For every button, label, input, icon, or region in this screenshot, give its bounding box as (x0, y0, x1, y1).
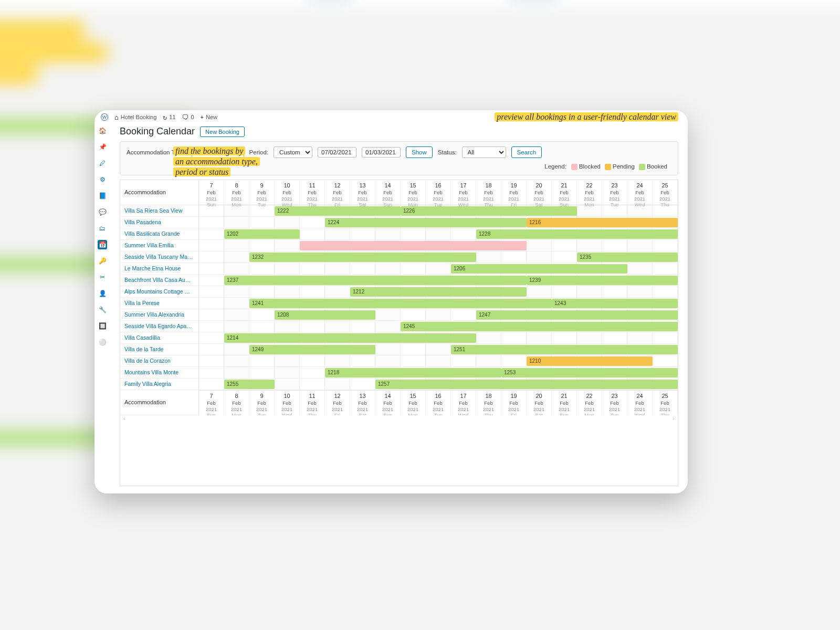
legend-swatch (571, 164, 578, 170)
date-column: 21Feb2021Sun (552, 391, 577, 415)
booking-bar[interactable]: 1235 (577, 253, 678, 262)
date-column: 11Feb2021Thu (300, 391, 325, 415)
scroll-right-icon[interactable]: › (673, 415, 675, 422)
sidebar-menu-item[interactable]: 🗂 (98, 224, 107, 233)
booking-bar[interactable]: 1243 (552, 299, 678, 308)
search-button[interactable]: Search (511, 146, 542, 158)
annotation-preview: preview all bookings in a user-friendly … (495, 112, 678, 122)
accommodation-row-label[interactable]: Beachfront Villa Casa Au… (120, 275, 198, 286)
accommodation-row-label[interactable]: Villa Sa Riera Sea View (120, 205, 198, 217)
booking-bar[interactable]: 1241 (249, 299, 552, 308)
filter-status-select[interactable]: All (462, 146, 506, 158)
booking-bar[interactable]: 1239 (527, 276, 678, 285)
accommodation-row-label[interactable]: Mountains Villa Monte (120, 367, 198, 379)
booking-bar[interactable]: 1202 (224, 229, 300, 239)
sidebar-menu-item[interactable]: 🔧 (98, 305, 107, 314)
new-booking-button[interactable]: New Booking (200, 127, 245, 137)
date-column: 15Feb2021Mon (401, 180, 426, 205)
sidebar-menu-item[interactable]: 👤 (98, 289, 107, 298)
legend-item: Blocked (571, 163, 601, 170)
date-column: 20Feb2021Sat (527, 391, 552, 415)
accommodation-row-label[interactable]: Villa Pasadena (120, 217, 198, 228)
date-header: 7Feb2021Sun8Feb2021Mon9Feb2021Tue10Feb20… (199, 180, 678, 205)
sidebar-menu-item[interactable]: 🏠 (98, 126, 107, 135)
booking-bar[interactable]: 1206 (451, 264, 627, 274)
date-column: 19Feb2021Fri (501, 391, 527, 415)
sidebar-menu-item[interactable]: 💬 (98, 207, 107, 217)
show-button[interactable]: Show (406, 146, 433, 158)
booking-bar[interactable]: 1232 (249, 253, 476, 262)
date-column: 17Feb2021Wed (451, 391, 476, 415)
booking-bar[interactable]: 1247 (476, 310, 678, 320)
calendar: Accommodation Villa Sa Riera Sea ViewVil… (120, 180, 678, 486)
booking-bar[interactable]: 1224 (325, 218, 527, 227)
sidebar-menu-item[interactable]: 🔑 (98, 256, 107, 266)
accommodation-row-label[interactable]: Villa Casadillia (120, 332, 198, 344)
booking-bar[interactable]: 1249 (249, 345, 375, 354)
date-column: 24Feb2021Wed (627, 180, 653, 205)
booking-bar[interactable]: 1214 (224, 333, 476, 343)
scroll-left-icon[interactable]: ‹ (123, 415, 125, 422)
booking-bar[interactable]: 1228 (476, 229, 678, 239)
booking-bar[interactable]: 1253 (501, 368, 678, 377)
accommodation-row-label[interactable]: Seaside Villa Tuscany Ma… (120, 251, 198, 263)
date-column: 9Feb2021Tue (249, 180, 275, 205)
sidebar-menu-item[interactable]: ✂ (98, 272, 107, 282)
legend: Legend: BlockedPendingBooked (544, 163, 671, 170)
booking-bar[interactable] (300, 241, 527, 250)
sidebar-menu-item[interactable]: 📅 (98, 240, 107, 249)
booking-bar[interactable]: 1212 (350, 287, 527, 297)
date-column: 25Feb2021Thu (653, 391, 678, 415)
filter-type-select[interactable]: All (192, 146, 244, 158)
legend-swatch (605, 164, 611, 170)
accommodation-row-label[interactable]: Villa de la Corazon (120, 355, 198, 367)
sidebar-menu-item[interactable]: 📌 (98, 142, 107, 152)
date-column: 22Feb2021Mon (577, 180, 602, 205)
filter-bar: Accommodation Type: All Period: Custom S… (120, 141, 678, 175)
date-column: 10Feb2021Wed (275, 391, 300, 415)
calendar-row: 12021228 (199, 228, 678, 240)
filter-date-from[interactable] (318, 147, 356, 158)
horizontal-scrollbar[interactable]: ‹› (120, 415, 678, 422)
sidebar-menu-item[interactable]: 🔲 (98, 321, 107, 331)
app-window: W ⌂ Hotel Booking ↻ 11 🗨 0 + New 🏠📌🖊⚙📘💬🗂… (94, 110, 688, 494)
accommodation-row-label[interactable]: Summer Villa Alexandria (120, 309, 198, 321)
date-column: 14Feb2021Sun (375, 391, 401, 415)
filter-period-select[interactable]: Custom (274, 146, 312, 158)
accommodation-row-label[interactable]: Seaside Villa Egardo Apa… (120, 321, 198, 332)
accommodation-row-label[interactable]: Alps Mountains Cottage … (120, 286, 198, 298)
booking-bar[interactable]: 1245 (401, 322, 678, 331)
sidebar-menu-item[interactable]: ⚙ (98, 175, 107, 184)
date-column: 25Feb2021Thu (653, 180, 678, 205)
page-header: Booking Calendar New Booking (120, 126, 678, 137)
date-column: 13Feb2021Sat (350, 391, 375, 415)
sidebar-menu-item[interactable]: ⚪ (98, 338, 107, 347)
calendar-grid[interactable]: 7Feb2021Sun8Feb2021Mon9Feb2021Tue10Feb20… (199, 180, 678, 415)
accommodation-row-label[interactable]: Villa Basilicata Grande (120, 228, 198, 240)
booking-bar[interactable]: 1237 (224, 276, 527, 285)
calendar-row: 12181253 (199, 367, 678, 379)
sidebar-menu-item[interactable]: 🖊 (98, 159, 107, 168)
calendar-row: 12411243 (199, 298, 678, 309)
calendar-row: 12321235 (199, 251, 678, 263)
accommodation-row-label[interactable]: Villa de la Tarde (120, 344, 198, 355)
column-header-accommodation: Accommodation (120, 180, 198, 205)
accommodation-row-label[interactable]: Le Marche Etna House (120, 263, 198, 275)
accommodation-row-label[interactable]: Family Villa Alegria (120, 379, 198, 390)
booking-bar[interactable]: 1210 (527, 356, 653, 366)
filter-date-to[interactable] (362, 147, 401, 158)
accommodation-row-label[interactable]: Villa la Perese (120, 298, 198, 309)
legend-item: Booked (639, 163, 667, 170)
booking-bar[interactable]: 1255 (224, 380, 275, 389)
date-column: 20Feb2021Sat (527, 180, 552, 205)
booking-bar[interactable]: 1208 (275, 310, 375, 320)
booking-bar[interactable]: 1251 (451, 345, 678, 354)
date-column: 16Feb2021Tue (426, 180, 451, 205)
date-column: 17Feb2021Wed (451, 180, 476, 205)
wordpress-logo-icon[interactable]: W (101, 113, 108, 121)
booking-bar[interactable]: 1218 (325, 368, 501, 377)
booking-bar[interactable]: 1216 (527, 218, 678, 227)
booking-bar[interactable]: 1257 (375, 380, 678, 389)
accommodation-row-label[interactable]: Summer Villa Emilia (120, 240, 198, 251)
sidebar-menu-item[interactable]: 📘 (98, 191, 107, 201)
